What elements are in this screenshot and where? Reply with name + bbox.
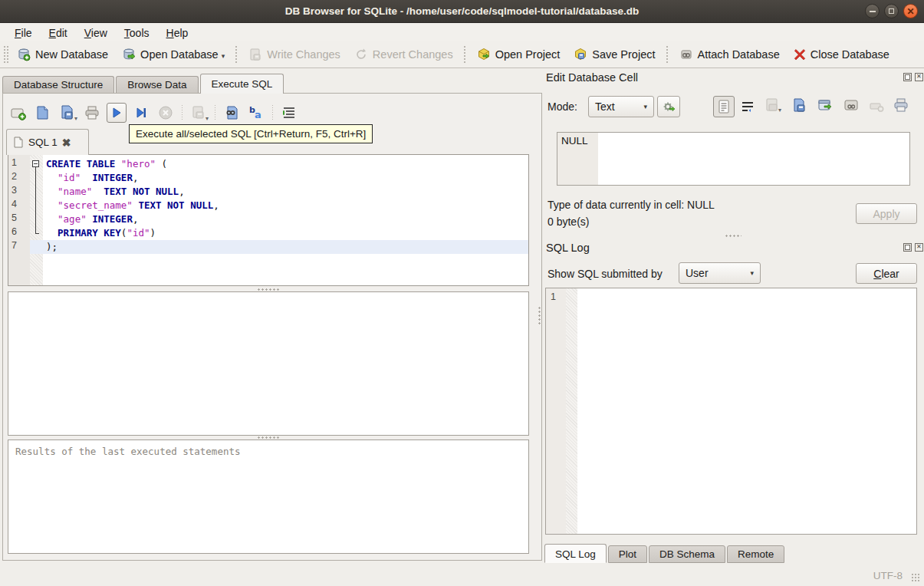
menu-bar: File Edit View Tools Help (0, 24, 924, 41)
cell-value-editor[interactable]: NULL (557, 132, 910, 186)
dock-close-icon[interactable] (915, 73, 923, 81)
close-database-button[interactable]: Close Database (787, 44, 896, 64)
export-cell-button[interactable] (790, 96, 808, 114)
save-dropdown-caret[interactable]: ▾ (74, 115, 77, 122)
autocomplete-icon: ba (248, 104, 265, 121)
write-changes-label: Write Changes (267, 48, 340, 61)
fold-collapse-icon[interactable] (32, 160, 39, 167)
cell-size-info: 0 byte(s) (547, 216, 589, 228)
menu-file[interactable]: File (8, 25, 39, 41)
svg-text:a: a (255, 109, 261, 120)
menu-view[interactable]: View (77, 25, 114, 41)
database-open-icon (122, 48, 136, 61)
toolbar-separator (666, 45, 669, 64)
find-button[interactable] (222, 103, 242, 123)
main-tab-bar: Database Structure Browse Data Execute S… (2, 74, 285, 94)
edit-cell-dock-title: Edit Database Cell (546, 71, 638, 84)
log-text-area[interactable] (577, 288, 916, 534)
auto-mode-button[interactable] (657, 96, 680, 117)
execute-all-button[interactable] (107, 103, 127, 123)
open-external-icon (817, 97, 833, 113)
close-icon: ✕ (906, 7, 914, 16)
line-number: 6 (8, 226, 30, 240)
log-fold-margin (566, 288, 577, 534)
dock-close-icon[interactable] (915, 243, 923, 252)
text-mode-button[interactable] (713, 96, 735, 117)
word-wrap-button[interactable] (738, 97, 757, 116)
results-grid-pane[interactable] (8, 291, 529, 436)
execute-tooltip: Execute all/selected SQL [Ctrl+Return, F… (129, 124, 373, 143)
autocomplete-button[interactable]: ba (246, 103, 266, 123)
open-sql-file-button[interactable] (33, 103, 53, 123)
panel-splitter[interactable] (538, 306, 541, 326)
project-save-icon (574, 48, 587, 61)
close-button[interactable]: ✕ (903, 4, 918, 18)
toolbar-separator (463, 45, 467, 64)
menu-help[interactable]: Help (159, 25, 196, 41)
cell-edit-area[interactable] (598, 133, 909, 185)
log-line-number: 1 (546, 288, 566, 534)
encoding-indicator[interactable]: UTF-8 (873, 570, 903, 581)
execute-line-button[interactable] (131, 103, 151, 123)
minimize-button[interactable] (865, 4, 880, 18)
print-cell-button[interactable] (892, 96, 910, 114)
open-database-button[interactable]: Open Database ▾ (115, 44, 232, 65)
line-number: 4 (8, 199, 30, 212)
minimize-icon (870, 11, 876, 12)
log-filter-select[interactable]: User ▾ (679, 262, 761, 284)
new-sql-tab-button[interactable] (8, 103, 28, 123)
code-fold-margin[interactable] (30, 155, 43, 285)
set-null-button (868, 97, 886, 116)
sql-tab-label: SQL 1 (28, 137, 58, 148)
save-project-button[interactable]: Save Project (567, 44, 662, 65)
menu-tools[interactable]: Tools (117, 25, 156, 41)
revert-changes-icon (354, 48, 368, 61)
project-open-icon (477, 48, 491, 61)
menu-edit[interactable]: Edit (42, 25, 74, 41)
open-project-button[interactable]: Open Project (470, 44, 567, 65)
open-in-app-button[interactable] (816, 96, 834, 114)
save-results-button: ▾ (189, 103, 209, 123)
code-line: "id" INTEGER, (43, 171, 528, 185)
mode-select[interactable]: Text ▾ (588, 96, 654, 117)
resize-grip[interactable] (911, 573, 921, 583)
sql-code-editor[interactable]: 1 2 3 4 5 6 7 CREATE TABLE "hero" ( "id"… (8, 154, 529, 286)
tab-browse-data[interactable]: Browse Data (116, 76, 198, 94)
new-database-button[interactable]: New Database (10, 44, 115, 65)
code-area[interactable]: CREATE TABLE "hero" ( "id" INTEGER, "nam… (43, 155, 528, 285)
dock-float-icon[interactable] (903, 243, 912, 252)
maximize-icon (889, 8, 894, 14)
printer-icon (893, 97, 909, 113)
execute-line-icon (134, 106, 148, 120)
dock-float-icon[interactable] (903, 73, 912, 81)
print-sql-button[interactable] (82, 103, 102, 123)
toolbar-handle[interactable] (3, 45, 8, 64)
line-number: 3 (8, 185, 30, 199)
open-database-dropdown-caret[interactable]: ▾ (222, 52, 225, 61)
sql-log-dock-controls (903, 243, 923, 252)
title-bar[interactable]: DB Browser for SQLite - /home/user/code/… (0, 0, 924, 23)
cell-type-info: Type of data currently in cell: NULL (547, 199, 715, 211)
code-line: "name" TEXT NOT NULL, (43, 185, 528, 199)
sql-tab-close-icon[interactable]: ✖ (62, 137, 71, 149)
sql-log-view[interactable]: 1 (545, 288, 917, 535)
cell-value-text: NULL (557, 133, 598, 185)
tab-execute-sql[interactable]: Execute SQL (200, 74, 284, 94)
code-line: PRIMARY KEY("id") (43, 226, 528, 240)
execution-results-pane[interactable]: Results of the last executed statements (8, 440, 529, 554)
dock-splitter[interactable] (725, 234, 742, 238)
maximize-button[interactable] (884, 4, 899, 18)
stop-execution-button (156, 103, 176, 123)
copy-url-button[interactable] (842, 96, 860, 114)
clear-log-button[interactable]: Clear (856, 263, 917, 284)
format-sql-button[interactable] (279, 103, 299, 123)
tab-database-structure[interactable]: Database Structure (2, 76, 114, 94)
sql-toolbar: ▾ ▾ ba (6, 100, 301, 126)
save-sql-file-button[interactable]: ▾ (58, 103, 77, 123)
attach-database-button[interactable]: Attach Database (672, 44, 787, 65)
fold-guide-corner (35, 233, 39, 234)
code-line: CREATE TABLE "hero" ( (43, 157, 528, 171)
code-line: ); (43, 240, 528, 254)
window-controls: ✕ (865, 4, 918, 18)
sql-document-tab[interactable]: SQL 1 ✖ (6, 129, 89, 155)
